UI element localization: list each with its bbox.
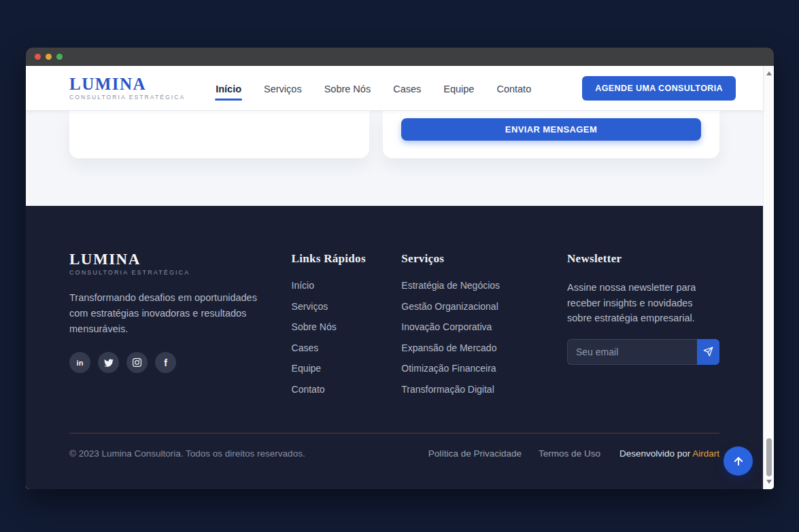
scrollbar-up-arrow[interactable] [764,69,774,78]
services-list: Estratégia de Negócios Gestão Organizaci… [401,280,567,395]
service-link-transformacao[interactable]: Transformação Digital [401,384,567,395]
site-footer: LUMINA CONSULTORIA ESTRATÉGICA Transform… [26,206,763,489]
nav-item-contato[interactable]: Contato [496,70,532,106]
vertical-scrollbar[interactable] [763,66,774,489]
newsletter-description: Assine nossa newsletter para receber ins… [567,280,719,326]
services-title: Serviços [401,252,567,266]
footer-bottom-bar: © 2023 Lumina Consultoria. Todos os dire… [69,433,719,459]
facebook-button[interactable]: f [155,352,176,373]
contact-info-card [69,111,369,158]
browser-titlebar [26,48,774,66]
footer-link-equipe[interactable]: Equipe [292,363,402,374]
instagram-button[interactable] [126,352,148,373]
developed-by-prefix: Desenvolvido por [619,448,692,459]
twitter-icon [104,358,114,368]
paper-plane-icon [703,347,713,357]
service-link-inovacao[interactable]: Inovação Corporativa [401,321,567,332]
service-link-gestao[interactable]: Gestão Organizacional [401,301,567,312]
footer-logo-tagline: CONSULTORIA ESTRATÉGICA [69,269,292,276]
page: LUMINA CONSULTORIA ESTRATÉGICA Início Se… [26,66,763,489]
scrollbar-thumb[interactable] [766,438,772,476]
newsletter-title: Newsletter [567,252,719,266]
twitter-button[interactable] [98,352,119,373]
contact-form-card: ENVIAR MENSAGEM [383,111,719,158]
linkedin-icon: in [77,359,84,367]
footer-services-column: Serviços Estratégia de Negócios Gestão O… [401,252,567,404]
minimize-window-button[interactable] [46,54,52,60]
footer-link-contato[interactable]: Contato [292,384,402,395]
legal-links: Política de Privacidade Termos de Uso [428,448,600,459]
nav-item-servicos[interactable]: Serviços [263,70,303,106]
newsletter-submit-button[interactable] [697,339,719,365]
scroll-to-top-button[interactable] [724,446,753,476]
service-link-expansao[interactable]: Expansão de Mercado [401,342,567,353]
instagram-icon [132,357,142,368]
footer-link-inicio[interactable]: Início [292,280,402,291]
footer-brand-column: LUMINA CONSULTORIA ESTRATÉGICA Transform… [69,252,292,404]
terms-of-use-link[interactable]: Termos de Uso [539,448,600,459]
copyright-text: © 2023 Lumina Consultoria. Todos os dire… [69,448,305,459]
footer-link-cases[interactable]: Cases [292,342,402,353]
footer-columns: LUMINA CONSULTORIA ESTRATÉGICA Transform… [69,252,719,404]
nav-item-inicio[interactable]: Início [215,70,242,106]
newsletter-form [567,339,719,365]
service-link-estrategia[interactable]: Estratégia de Negócios [401,280,567,291]
linkedin-button[interactable]: in [69,352,90,373]
scrollbar-down-arrow[interactable] [764,477,774,486]
nav-item-sobre-nos[interactable]: Sobre Nós [324,70,372,106]
service-link-otimizacao[interactable]: Otimização Financeira [401,363,567,374]
quick-links-title: Links Rápidos [292,252,402,266]
schedule-consulting-button[interactable]: AGENDE UMA CONSULTORIA [582,76,736,101]
footer-logo-wordmark: LUMINA [69,252,292,267]
arrow-up-icon [732,455,745,467]
footer-newsletter-column: Newsletter Assine nossa newsletter para … [567,252,719,404]
footer-link-sobre-nos[interactable]: Sobre Nós [292,321,402,332]
developed-by: Desenvolvido por Airdart [619,448,719,459]
header-logo[interactable]: LUMINA CONSULTORIA ESTRATÉGICA [69,76,185,101]
facebook-icon: f [164,357,167,368]
footer-link-servicos[interactable]: Serviços [292,301,402,312]
site-header: LUMINA CONSULTORIA ESTRATÉGICA Início Se… [26,66,763,111]
page-viewport: LUMINA CONSULTORIA ESTRATÉGICA Início Se… [26,66,774,489]
browser-window: LUMINA CONSULTORIA ESTRATÉGICA Início Se… [26,48,774,489]
footer-brand-description: Transformando desafios em oportunidades … [69,290,273,337]
social-links: in f [69,352,292,373]
close-window-button[interactable] [35,54,41,60]
nav-item-cases[interactable]: Cases [392,70,422,106]
triangle-up-icon [766,71,772,75]
maximize-window-button[interactable] [56,54,63,60]
send-message-button[interactable]: ENVIAR MENSAGEM [401,118,701,141]
quick-links-list: Início Serviços Sobre Nós Cases Equipe C… [292,280,402,395]
newsletter-email-input[interactable] [567,339,697,365]
footer-logo: LUMINA CONSULTORIA ESTRATÉGICA [69,252,292,276]
nav-item-equipe[interactable]: Equipe [443,70,475,106]
triangle-down-icon [766,480,772,484]
logo-tagline: CONSULTORIA ESTRATÉGICA [69,94,185,101]
airdart-link[interactable]: Airdart [692,448,719,459]
privacy-policy-link[interactable]: Política de Privacidade [428,448,522,459]
main-nav: Início Serviços Sobre Nós Cases Equipe C… [215,70,532,106]
contact-section: ENVIAR MENSAGEM [26,111,763,206]
logo-wordmark: LUMINA [69,76,185,92]
footer-quick-links-column: Links Rápidos Início Serviços Sobre Nós … [292,252,402,404]
